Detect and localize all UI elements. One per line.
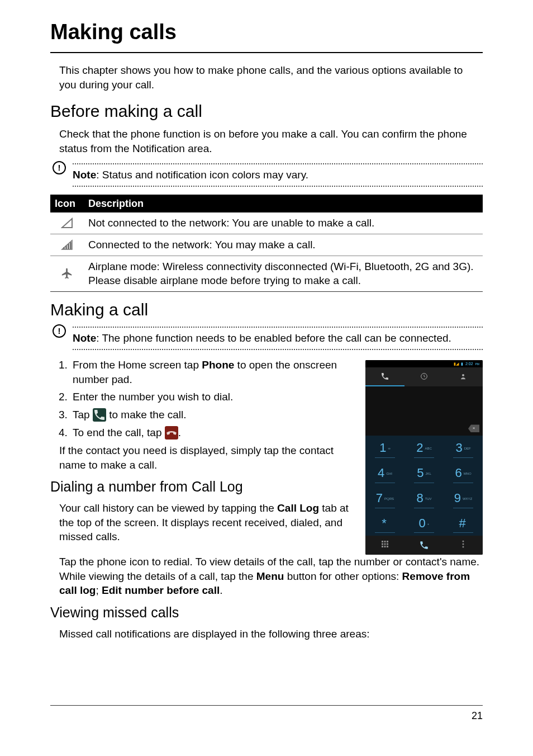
heading-before: Before making a call <box>50 100 483 123</box>
note-text: : Status and notification icon colors ma… <box>96 169 308 181</box>
keypad-key[interactable]: 2ABC <box>404 436 444 461</box>
battery-icon: ▮ <box>461 362 463 366</box>
svg-rect-2 <box>68 244 69 249</box>
calllog-p2: Tap the phone icon to redial. To view de… <box>59 555 483 598</box>
before-text: Check that the phone function is on befo… <box>59 127 483 155</box>
svg-rect-13 <box>384 546 386 547</box>
svg-rect-10 <box>384 544 386 545</box>
note-box-enabled: Note: The phone function needs to be ena… <box>50 327 483 350</box>
page-title: Making calls <box>50 18 483 46</box>
keypad-key[interactable]: 5JKL <box>404 461 444 486</box>
tab-contacts[interactable] <box>444 367 483 386</box>
keypad-key[interactable]: # <box>444 511 483 536</box>
note-label: Note <box>73 332 96 344</box>
table-header-row: Icon Description <box>50 195 483 212</box>
svg-point-5 <box>462 374 464 376</box>
phone-time: 2:02 <box>465 362 473 366</box>
signal-full-icon <box>61 239 73 251</box>
steps-list: From the Home screen tap Phone to open t… <box>70 358 355 440</box>
svg-rect-0 <box>63 247 65 249</box>
page-number: 21 <box>50 709 483 722</box>
keypad-key[interactable]: 4GHI <box>365 461 404 486</box>
svg-rect-1 <box>65 245 67 249</box>
step-4: To end the call, tap . <box>70 426 355 440</box>
keypad-key[interactable]: 6MNO <box>444 461 483 486</box>
menu-icon[interactable] <box>444 536 483 555</box>
signal-empty-icon <box>61 218 73 229</box>
keypad-key[interactable]: 9WXYZ <box>444 486 483 511</box>
keypad-key[interactable]: 0+ <box>404 511 444 536</box>
note-box-status: Note: Status and notification icon color… <box>50 163 483 187</box>
icon-description-table: Icon Description Not connected to the ne… <box>50 195 483 292</box>
keypad: 1∞2ABC3DEF4GHI5JKL6MNO7PQRS8TUV9WXYZ*0+# <box>365 436 483 536</box>
keypad-key[interactable]: 7PQRS <box>365 486 404 511</box>
svg-rect-14 <box>387 546 388 547</box>
svg-rect-9 <box>382 544 383 545</box>
end-call-icon <box>165 426 178 440</box>
keypad-key[interactable]: 8TUV <box>404 486 444 511</box>
apps-icon[interactable] <box>365 536 404 555</box>
keypad-key[interactable]: 1∞ <box>365 436 404 461</box>
svg-rect-11 <box>387 544 388 545</box>
heading-calllog: Dialing a number from Call Log <box>50 478 355 497</box>
heading-missed: Viewing missed calls <box>50 603 483 622</box>
note-text: : The phone function needs to be enabled… <box>96 332 451 344</box>
row-desc: Connected to the network: You may make a… <box>84 234 483 256</box>
phone-screenshot: ▮◢ ▮ 2:02 PM × 1∞2ABC3DEF4GHI5JKL6MNO7PQ <box>365 360 483 555</box>
backspace-icon[interactable]: × <box>468 424 479 432</box>
airplane-mode-icon <box>61 267 73 280</box>
svg-rect-7 <box>384 541 386 542</box>
row-desc: Not connected to the network: You are un… <box>84 212 483 234</box>
keypad-key[interactable]: * <box>365 511 404 536</box>
keypad-key[interactable]: 3DEF <box>444 436 483 461</box>
dial-button[interactable] <box>404 536 444 555</box>
contact-text: If the contact you need is displayed, si… <box>59 443 355 472</box>
call-icon <box>93 408 106 422</box>
col-icon: Icon <box>50 195 84 212</box>
alert-icon <box>53 324 66 338</box>
table-row: Not connected to the network: You are un… <box>50 212 483 234</box>
calllog-p1: Your call history can be viewed by tappi… <box>59 501 355 544</box>
number-display: × <box>365 386 483 436</box>
svg-point-16 <box>463 544 464 545</box>
col-desc: Description <box>84 195 483 212</box>
svg-rect-12 <box>382 546 383 547</box>
phone-statusbar: ▮◢ ▮ 2:02 PM <box>365 360 483 367</box>
table-row: Airplane mode: Wireless connectivity dis… <box>50 256 483 291</box>
svg-rect-3 <box>70 242 72 249</box>
tab-dialer[interactable] <box>365 367 404 386</box>
step-3: Tap to make the call. <box>70 408 355 422</box>
phone-tabs <box>365 367 483 386</box>
heading-making: Making a call <box>50 299 483 322</box>
step-2: Enter the number you wish to dial. <box>70 390 355 404</box>
step-1: From the Home screen tap Phone to open t… <box>70 358 355 386</box>
tab-recent[interactable] <box>404 367 444 386</box>
missed-text: Missed call notifications are displayed … <box>59 627 483 641</box>
alert-icon <box>53 161 66 174</box>
table-row: Connected to the network: You may make a… <box>50 234 483 256</box>
title-rule <box>50 52 483 53</box>
row-desc: Airplane mode: Wireless connectivity dis… <box>84 256 483 291</box>
intro-text: This chapter shows you how to make phone… <box>59 63 483 92</box>
svg-point-15 <box>463 541 464 542</box>
note-label: Note <box>73 169 96 181</box>
footer-rule <box>50 705 483 706</box>
svg-rect-6 <box>382 541 383 542</box>
svg-point-17 <box>463 546 464 548</box>
signal-icon: ▮◢ <box>454 362 459 366</box>
svg-rect-8 <box>387 541 388 542</box>
